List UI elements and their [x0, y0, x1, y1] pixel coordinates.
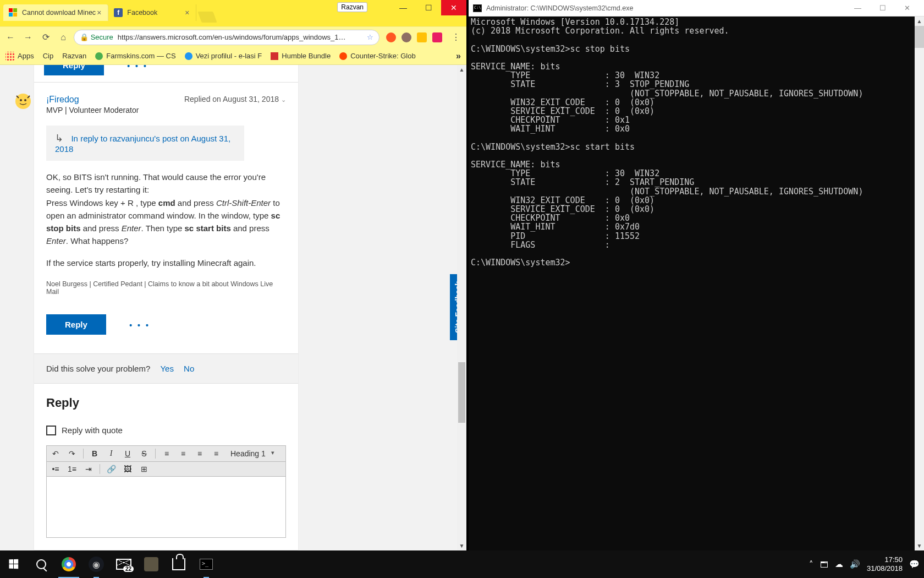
extension-icon[interactable]	[417, 32, 427, 42]
tab-answers[interactable]: Cannot download Minec ×	[3, 4, 108, 21]
taskbar-clock[interactable]: 17:50 31/08/2018	[867, 555, 903, 574]
taskbar-steam[interactable]: ◉	[82, 550, 110, 578]
link-button[interactable]: 🔗	[106, 465, 117, 473]
align-right-button[interactable]: ≡	[194, 449, 205, 458]
bullet-list-button[interactable]: •≡	[50, 465, 61, 473]
address-bar[interactable]: 🔒 Secure https://answers.microsoft.com/e…	[74, 30, 380, 45]
page-content: Reply • • • ¡Firedog MVP | Volunteer Mod…	[0, 65, 466, 550]
cmd-titlebar[interactable]: Administrator: C:\WINDOWS\system32\cmd.e…	[469, 0, 924, 17]
bookmark-item[interactable]: Counter-Strike: Glob	[339, 52, 416, 60]
solve-yes-link[interactable]: Yes	[160, 364, 173, 373]
more-actions-button[interactable]: • • •	[129, 321, 150, 330]
scroll-down-arrow-icon[interactable]: ▼	[915, 541, 924, 550]
close-button[interactable]: ✕	[895, 1, 920, 16]
align-left-button[interactable]: ≡	[161, 449, 172, 458]
star-icon[interactable]: ☆	[367, 33, 373, 41]
underline-button[interactable]: U	[122, 449, 133, 458]
cmd-scrollbar[interactable]: ▲ ▼	[915, 17, 924, 550]
scroll-thumb[interactable]	[915, 26, 924, 48]
reply-arrow-icon: ↳	[55, 132, 63, 144]
heading-select[interactable]: Heading 1	[227, 448, 276, 459]
vertical-scrollbar[interactable]: ▲ ▼	[457, 65, 466, 550]
tray-overflow-icon[interactable]: ˄	[809, 559, 813, 569]
reply-button[interactable]: Reply	[44, 65, 104, 75]
close-button[interactable]: ✕	[441, 0, 466, 15]
user-role: MVP | Volunteer Moderator	[46, 106, 286, 114]
address-row: ← → ⟳ ⌂ 🔒 Secure https://answers.microso…	[0, 26, 466, 47]
maximize-button[interactable]: ☐	[870, 1, 895, 16]
cmd-output[interactable]: Microsoft Windows [Version 10.0.17134.22…	[469, 17, 924, 268]
new-tab-button[interactable]	[198, 12, 217, 23]
apps-button[interactable]: Apps	[6, 52, 34, 61]
minimize-button[interactable]: ―	[845, 1, 870, 16]
checkbox[interactable]	[46, 426, 56, 435]
reply-heading: Reply	[46, 396, 286, 410]
start-button[interactable]	[0, 550, 28, 578]
scroll-thumb[interactable]	[458, 362, 465, 423]
post-date[interactable]: Replied on August 31, 2018⌄	[184, 95, 286, 103]
solve-no-link[interactable]: No	[184, 364, 194, 373]
tab-title: Facebook	[127, 9, 157, 17]
close-tab-icon[interactable]: ×	[184, 8, 190, 17]
onedrive-icon[interactable]: ☁	[835, 559, 843, 569]
maximize-button[interactable]: ☐	[416, 0, 441, 15]
search-button[interactable]	[28, 550, 55, 578]
scroll-up-arrow-icon[interactable]: ▲	[915, 17, 924, 26]
battery-icon[interactable]: 🗔	[820, 560, 828, 569]
editor-textarea[interactable]	[47, 477, 285, 537]
chrome-icon	[62, 557, 76, 571]
bold-button[interactable]: B	[89, 449, 100, 458]
reply-with-quote-label: Reply with quote	[62, 426, 123, 435]
extension-icon[interactable]	[432, 32, 442, 42]
chrome-profile-chip[interactable]: Razvan	[337, 2, 367, 12]
table-button[interactable]: ⊞	[139, 465, 150, 473]
align-justify-button[interactable]: ≡	[211, 449, 222, 458]
taskbar-mail[interactable]: 22	[110, 550, 138, 578]
home-button[interactable]: ⌂	[56, 30, 70, 45]
svg-point-0	[15, 94, 31, 109]
extension-icon[interactable]	[386, 32, 396, 42]
image-button[interactable]: 🖼	[122, 465, 133, 473]
forum-post: ¡Firedog MVP | Volunteer Moderator Repli…	[34, 82, 298, 353]
reply-button[interactable]: Reply	[46, 314, 106, 335]
bookmark-item[interactable]: Farmskins.com — CS	[95, 52, 175, 60]
taskbar-gimp[interactable]	[138, 550, 165, 578]
system-tray: ˄ 🗔 ☁ 🔊 17:50 31/08/2018 💬	[805, 555, 924, 574]
indent-button[interactable]: ⇥	[83, 465, 94, 473]
notifications-icon[interactable]: 💬	[909, 559, 920, 569]
bookmark-item[interactable]: Cip	[43, 52, 54, 60]
italic-button[interactable]: I	[106, 449, 117, 458]
strike-button[interactable]: S	[139, 449, 150, 458]
close-tab-icon[interactable]: ×	[96, 8, 102, 17]
scroll-down-arrow-icon[interactable]: ▼	[457, 541, 466, 550]
url-text: https://answers.microsoft.com/en-us/wind…	[118, 33, 346, 41]
bookmarks-overflow-button[interactable]: »	[456, 51, 461, 61]
undo-button[interactable]: ↶	[50, 449, 61, 458]
tab-facebook[interactable]: f Facebook ×	[108, 4, 196, 21]
in-reply-to-link[interactable]: In reply to razvanjuncu's post on August…	[55, 134, 230, 154]
minimize-button[interactable]: ―	[391, 0, 416, 15]
redo-button[interactable]: ↷	[67, 449, 78, 458]
reload-button[interactable]: ⟳	[38, 30, 53, 45]
secure-indicator[interactable]: 🔒 Secure	[80, 33, 113, 41]
editor-toolbar: ↶ ↷ B I U S ≡ ≡ ≡ ≡ Heading 1	[47, 446, 285, 462]
scroll-up-arrow-icon[interactable]: ▲	[457, 65, 466, 74]
bookmark-item[interactable]: Vezi profilul - e-lasi F	[185, 52, 262, 60]
align-center-button[interactable]: ≡	[178, 449, 189, 458]
tab-title: Cannot download Minec	[22, 9, 96, 17]
number-list-button[interactable]: 1≡	[67, 465, 78, 473]
back-button[interactable]: ←	[3, 30, 18, 45]
reply-with-quote-row[interactable]: Reply with quote	[46, 426, 286, 435]
extension-icon[interactable]	[402, 32, 411, 42]
bookmark-item[interactable]: Razvan	[62, 52, 86, 60]
more-actions-button[interactable]: • • •	[127, 65, 147, 70]
chrome-titlebar: Razvan ― ☐ ✕ Cannot download Minec × f F…	[0, 0, 466, 26]
bookmark-item[interactable]: Humble Bundle	[271, 52, 331, 60]
taskbar-chrome[interactable]	[55, 550, 82, 578]
forward-button[interactable]: →	[21, 30, 35, 45]
taskbar-cmd[interactable]	[193, 550, 220, 578]
menu-button[interactable]: ⋮	[449, 30, 463, 45]
facebook-icon: f	[114, 8, 123, 17]
taskbar-store[interactable]	[165, 550, 193, 578]
volume-icon[interactable]: 🔊	[850, 559, 860, 569]
